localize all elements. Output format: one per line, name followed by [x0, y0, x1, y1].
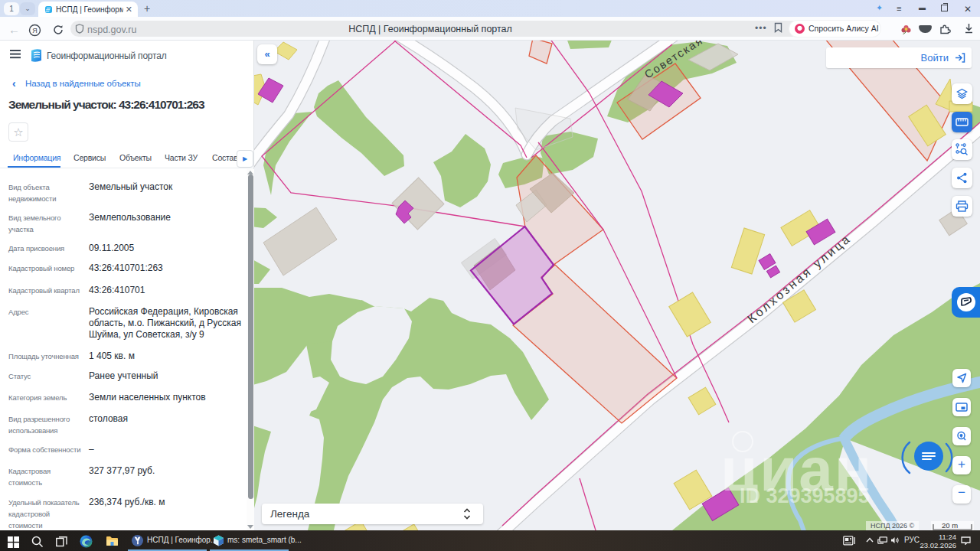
svg-text:ID 329395895: ID 329395895 [740, 484, 870, 507]
